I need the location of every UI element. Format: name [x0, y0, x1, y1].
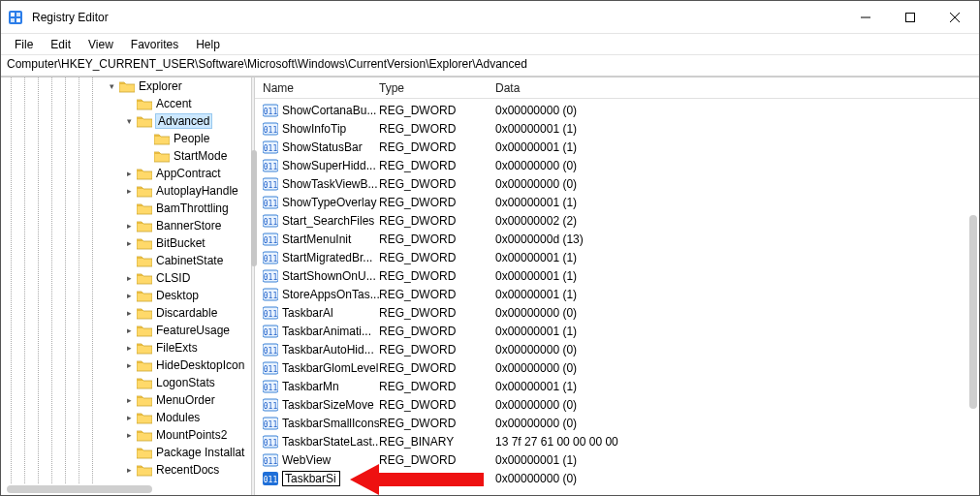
- col-type[interactable]: Type: [379, 81, 495, 95]
- value-row[interactable]: WebViewREG_DWORD0x00000001 (1): [255, 450, 979, 469]
- value-row[interactable]: TaskbarAutoHid...REG_DWORD0x00000000 (0): [255, 340, 979, 358]
- value-data: 0x00000001 (1): [495, 196, 979, 209]
- value-row[interactable]: ShowSuperHidd...REG_DWORD0x00000000 (0): [255, 156, 979, 174]
- tree-node-discardable[interactable]: ▸Discardable: [1, 304, 251, 322]
- tree-node-advanced[interactable]: ▾Advanced: [1, 112, 251, 130]
- menu-file[interactable]: File: [7, 36, 41, 53]
- tree-label: RecentDocs: [156, 463, 219, 477]
- list-scrollbar[interactable]: [969, 79, 977, 493]
- tree-node-bannerstore[interactable]: ▸BannerStore: [1, 217, 251, 234]
- chevron-right-icon[interactable]: ▸: [123, 168, 135, 179]
- menu-help[interactable]: Help: [188, 36, 228, 53]
- tree-node-featureusage[interactable]: ▸FeatureUsage: [1, 322, 251, 339]
- chevron-right-icon[interactable]: ▸: [123, 307, 135, 319]
- value-type: REG_DWORD: [379, 104, 495, 117]
- chevron-right-icon[interactable]: ▸: [123, 325, 135, 336]
- tree-node-people[interactable]: People: [1, 130, 251, 147]
- chevron-right-icon[interactable]: ▸: [123, 342, 135, 354]
- list-pane[interactable]: Name Type Data ShowCortanaBu...REG_DWORD…: [255, 78, 979, 495]
- tree-node-modules[interactable]: ▸Modules: [1, 409, 251, 426]
- value-name: TaskbarMn: [282, 380, 379, 393]
- chevron-right-icon[interactable]: ▸: [123, 290, 135, 301]
- tree-label: Modules: [156, 411, 200, 424]
- value-row[interactable]: StartMenuInitREG_DWORD0x0000000d (13): [255, 230, 979, 248]
- minimize-button[interactable]: [843, 1, 888, 33]
- value-name-input[interactable]: [282, 471, 340, 486]
- reg-value-icon: [263, 213, 278, 229]
- tree-node-startmode[interactable]: StartMode: [1, 147, 251, 165]
- tree-node-menuorder[interactable]: ▸MenuOrder: [1, 391, 251, 409]
- tree-node-appcontract[interactable]: ▸AppContract: [1, 165, 251, 182]
- value-row[interactable]: TaskbarStateLast...REG_BINARY13 7f 27 61…: [255, 432, 979, 450]
- value-name: ShowTaskViewB...: [282, 177, 379, 191]
- value-row[interactable]: TaskbarAnimati...REG_DWORD0x00000001 (1): [255, 322, 979, 340]
- tree-label: AutoplayHandle: [156, 184, 238, 198]
- value-row[interactable]: StartMigratedBr...REG_DWORD0x00000001 (1…: [255, 248, 979, 266]
- value-row[interactable]: TaskbarGlomLevelREG_DWORD0x00000000 (0): [255, 358, 979, 377]
- value-row[interactable]: StoreAppsOnTas...REG_DWORD0x00000001 (1): [255, 285, 979, 303]
- maximize-button[interactable]: [888, 1, 933, 33]
- value-row[interactable]: ShowTaskViewB...REG_DWORD0x00000000 (0): [255, 174, 979, 193]
- value-row[interactable]: TaskbarSizeMoveREG_DWORD0x00000000 (0): [255, 395, 979, 414]
- address-bar[interactable]: Computer\HKEY_CURRENT_USER\Software\Micr…: [1, 55, 979, 77]
- chevron-right-icon[interactable]: ▸: [123, 237, 135, 249]
- close-button[interactable]: [933, 1, 977, 33]
- value-row[interactable]: TaskbarAlREG_DWORD0x00000000 (0): [255, 303, 979, 322]
- chevron-down-icon[interactable]: ▾: [106, 80, 117, 92]
- value-type: REG_DWORD: [379, 177, 495, 191]
- tree-pane[interactable]: ▾ExplorerAccent▾AdvancedPeopleStartMode▸…: [1, 78, 251, 495]
- value-row-editing[interactable]: 011REG_DWORD0x00000000 (0): [255, 469, 979, 487]
- chevron-right-icon[interactable]: ▸: [123, 394, 135, 406]
- tree-node-mountpoints2[interactable]: ▸MountPoints2: [1, 426, 251, 444]
- folder-icon: [137, 446, 152, 459]
- tree-node-explorer[interactable]: ▾Explorer: [1, 78, 251, 95]
- tree-scrollbar[interactable]: [3, 485, 249, 493]
- chevron-right-icon[interactable]: ▸: [123, 220, 135, 232]
- value-row[interactable]: Start_SearchFilesREG_DWORD0x00000002 (2): [255, 211, 979, 230]
- tree-node-fileexts[interactable]: ▸FileExts: [1, 339, 251, 356]
- col-name[interactable]: Name: [263, 81, 379, 95]
- menu-favorites[interactable]: Favorites: [123, 36, 186, 53]
- chevron-down-icon[interactable]: ▾: [123, 115, 135, 127]
- tree-label: Desktop: [156, 289, 199, 302]
- chevron-right-icon[interactable]: ▸: [123, 272, 135, 284]
- tree-node-cabinetstate[interactable]: CabinetState: [1, 252, 251, 269]
- value-row[interactable]: ShowStatusBarREG_DWORD0x00000001 (1): [255, 138, 979, 156]
- value-name: ShowStatusBar: [282, 140, 379, 154]
- value-row[interactable]: StartShownOnU...REG_DWORD0x00000001 (1): [255, 266, 979, 285]
- chevron-right-icon[interactable]: ▸: [123, 185, 135, 197]
- tree-node-hidedesktop[interactable]: ▸HideDesktopIcon: [1, 356, 251, 374]
- value-row[interactable]: TaskbarSmallIconsREG_DWORD0x00000000 (0): [255, 414, 979, 432]
- tree-node-packageinstall[interactable]: Package Installat: [1, 444, 251, 461]
- chevron-right-icon[interactable]: ▸: [123, 412, 135, 423]
- tree-node-bitbucket[interactable]: ▸BitBucket: [1, 234, 251, 252]
- menu-view[interactable]: View: [80, 36, 121, 53]
- tree-node-autoplay[interactable]: ▸AutoplayHandle: [1, 182, 251, 200]
- col-data[interactable]: Data: [495, 81, 979, 95]
- folder-icon: [137, 236, 152, 250]
- chevron-right-icon[interactable]: ▸: [123, 429, 135, 441]
- folder-icon: [119, 79, 135, 93]
- tree-node-accent[interactable]: Accent: [1, 95, 251, 112]
- value-row[interactable]: TaskbarMnREG_DWORD0x00000001 (1): [255, 377, 979, 395]
- reg-value-icon: [263, 268, 278, 284]
- tree-node-logonstats[interactable]: LogonStats: [1, 374, 251, 391]
- tree-node-clsid[interactable]: ▸CLSID: [1, 269, 251, 287]
- tree-node-bamthrottling[interactable]: BamThrottling: [1, 200, 251, 217]
- value-row[interactable]: ShowInfoTipREG_DWORD0x00000001 (1): [255, 119, 979, 138]
- reg-value-icon: [263, 140, 278, 155]
- value-row[interactable]: ShowCortanaBu...REG_DWORD0x00000000 (0): [255, 101, 979, 119]
- value-row[interactable]: ShowTypeOverlayREG_DWORD0x00000001 (1): [255, 193, 979, 211]
- tree-node-recentdocs[interactable]: ▸RecentDocs: [1, 461, 251, 479]
- value-data: 0x00000001 (1): [495, 325, 979, 338]
- menu-edit[interactable]: Edit: [43, 36, 79, 53]
- tree-label: Explorer: [139, 79, 182, 93]
- folder-icon: [137, 324, 152, 337]
- window: Registry Editor File Edit View Favorites…: [0, 0, 980, 496]
- chevron-right-icon[interactable]: ▸: [123, 464, 135, 476]
- folder-icon: [137, 254, 152, 267]
- value-data: 0x0000000d (13): [495, 232, 979, 246]
- chevron-right-icon[interactable]: ▸: [123, 359, 135, 371]
- tree-node-desktop[interactable]: ▸Desktop: [1, 287, 251, 304]
- window-title: Registry Editor: [32, 11, 843, 24]
